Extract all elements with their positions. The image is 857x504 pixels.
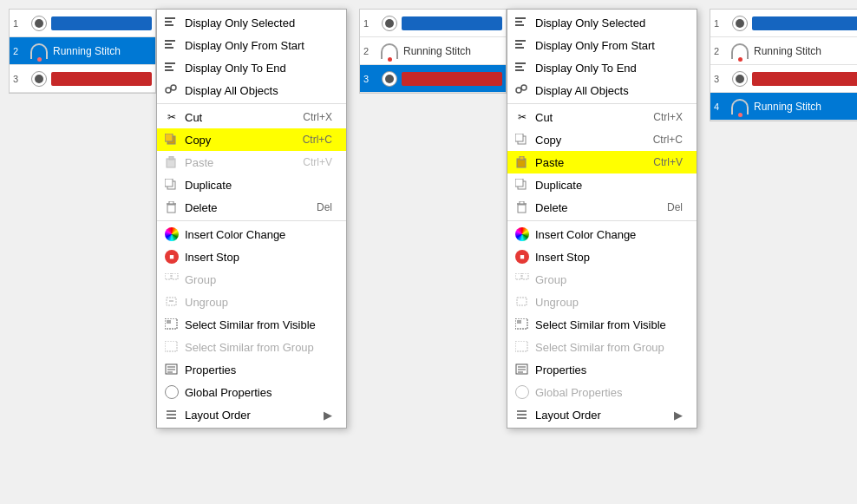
properties-icon — [164, 362, 180, 377]
shortcut-label: Ctrl+C — [303, 134, 332, 146]
svg-rect-12 — [165, 134, 173, 141]
menu-display-from-start[interactable]: Display Only From Start — [157, 34, 346, 56]
row-number: 2 — [363, 46, 377, 56]
menu-item-label: Select Similar from Group — [535, 341, 683, 354]
menu-item-label: Display Only Selected — [185, 16, 332, 29]
stitch-list-3: 1 2 Running Stitch 3 — [710, 9, 857, 121]
stitch-row[interactable]: 1 — [710, 10, 857, 37]
menu-select-similar-visible[interactable]: Select Similar from Visible — [157, 313, 346, 336]
stitch-bar — [752, 16, 857, 30]
color-change-icon — [164, 226, 180, 242]
select-similar-group-icon — [164, 339, 180, 355]
submenu-arrow: ▶ — [674, 409, 683, 422]
row-number: 3 — [714, 74, 728, 84]
menu-item-label: Insert Stop — [535, 251, 683, 264]
menu-group[interactable]: Group — [157, 268, 346, 291]
menu-global-properties[interactable]: Global Properties — [157, 381, 346, 403]
panel-3: 1 2 Running Stitch 3 — [710, 9, 857, 121]
stitch-row[interactable]: 4 Running Stitch — [710, 93, 857, 121]
menu-item-label: Global Properties — [185, 386, 332, 399]
menu-ungroup[interactable]: Ungroup — [157, 291, 346, 313]
separator — [157, 103, 346, 104]
menu-display-from-start[interactable]: Display Only From Start — [507, 34, 697, 56]
menu-item-label: Ungroup — [535, 296, 683, 309]
stitch-label: Running Stitch — [53, 45, 152, 57]
svg-rect-38 — [515, 43, 522, 45]
svg-rect-1 — [165, 21, 172, 23]
svg-rect-0 — [165, 17, 175, 19]
stitch-row[interactable]: 1 — [360, 10, 506, 37]
svg-rect-5 — [165, 47, 173, 49]
svg-rect-8 — [165, 69, 173, 71]
menu-paste[interactable]: Paste Ctrl+V — [157, 151, 346, 173]
menu-item-label: Display All Objects — [535, 84, 683, 97]
stitch-row[interactable]: 2 Running Stitch — [710, 37, 857, 65]
svg-rect-54 — [515, 273, 521, 279]
menu-insert-color-change[interactable]: Insert Color Change — [507, 223, 697, 245]
menu-display-all[interactable]: Display All Objects — [507, 79, 697, 101]
menu-select-similar-group[interactable]: Select Similar from Group — [157, 336, 346, 358]
stitch-bar — [51, 16, 152, 30]
menu-delete[interactable]: Delete Del — [507, 196, 697, 219]
row-number: 1 — [363, 18, 377, 29]
menu-display-to-end[interactable]: Display Only To End — [507, 56, 697, 79]
menu-cut[interactable]: ✂ Cut Ctrl+X — [157, 106, 346, 128]
menu-select-similar-visible[interactable]: Select Similar from Visible — [507, 313, 697, 336]
menu-copy[interactable]: Copy Ctrl+C — [507, 128, 697, 151]
display-all-icon — [514, 82, 530, 98]
menu-display-all[interactable]: Display All Objects — [157, 79, 346, 101]
menu-delete[interactable]: Delete Del — [157, 196, 346, 219]
menu-item-label: Insert Color Change — [185, 228, 332, 241]
menu-display-to-end[interactable]: Display Only To End — [157, 56, 346, 79]
shortcut-label: Ctrl+V — [653, 156, 683, 168]
palette-icon — [381, 70, 398, 88]
separator — [157, 220, 346, 221]
stitch-row[interactable]: 3 — [710, 65, 857, 93]
menu-item-label: Display Only From Start — [185, 39, 332, 52]
menu-insert-stop[interactable]: ■ Insert Stop — [507, 245, 697, 268]
menu-layout-order[interactable]: Layout Order ▶ — [157, 403, 346, 426]
menu-duplicate[interactable]: Duplicate — [157, 173, 346, 196]
menu-ungroup[interactable]: Ungroup — [507, 291, 697, 313]
group-icon — [514, 272, 530, 287]
menu-group[interactable]: Group — [507, 268, 697, 291]
shortcut-label: Ctrl+X — [303, 111, 332, 123]
stitch-row[interactable]: 2 Running Stitch — [360, 37, 506, 65]
svg-rect-19 — [169, 201, 173, 204]
menu-item-label: Display Only Selected — [535, 16, 683, 29]
svg-rect-41 — [515, 66, 522, 68]
menu-properties[interactable]: Properties — [507, 358, 697, 381]
duplicate-icon — [514, 177, 530, 193]
menu-insert-stop[interactable]: ■ Insert Stop — [157, 245, 346, 268]
menu-display-selected[interactable]: Display Only Selected — [157, 11, 346, 34]
context-menu-2: Display Only Selected Display Only From … — [507, 9, 697, 429]
menu-insert-color-change[interactable]: Insert Color Change — [157, 223, 346, 245]
layout-order-icon — [514, 407, 530, 422]
menu-select-similar-group[interactable]: Select Similar from Group — [507, 336, 697, 358]
stitch-row[interactable]: 1 — [10, 10, 155, 37]
menu-paste[interactable]: Paste Ctrl+V — [507, 151, 697, 173]
menu-copy[interactable]: Copy Ctrl+C — [157, 128, 346, 151]
submenu-arrow: ▶ — [324, 409, 332, 422]
menu-global-properties[interactable]: Global Properties — [507, 381, 697, 403]
stitch-row[interactable]: 2 Running Stitch — [10, 37, 155, 65]
shortcut-label: Ctrl+V — [303, 156, 332, 168]
menu-item-label: Delete — [185, 201, 291, 214]
row-number: 3 — [363, 74, 377, 84]
shortcut-label: Ctrl+C — [653, 134, 683, 146]
svg-rect-7 — [165, 66, 172, 68]
stitch-row[interactable]: 3 — [360, 65, 506, 93]
menu-properties[interactable]: Properties — [157, 358, 346, 381]
ungroup-icon — [164, 294, 180, 310]
menu-duplicate[interactable]: Duplicate — [507, 173, 697, 196]
row-number: 1 — [13, 18, 27, 29]
menu-item-label: Display Only To End — [535, 62, 683, 75]
menu-item-label: Layout Order — [185, 409, 318, 422]
duplicate-icon — [164, 177, 180, 193]
menu-display-selected[interactable]: Display Only Selected — [507, 11, 697, 34]
display-all-icon — [164, 82, 180, 98]
row-number: 1 — [714, 18, 728, 29]
menu-layout-order[interactable]: Layout Order ▶ — [507, 403, 697, 426]
menu-cut[interactable]: ✂ Cut Ctrl+X — [507, 106, 697, 128]
stitch-row[interactable]: 3 — [10, 65, 155, 93]
